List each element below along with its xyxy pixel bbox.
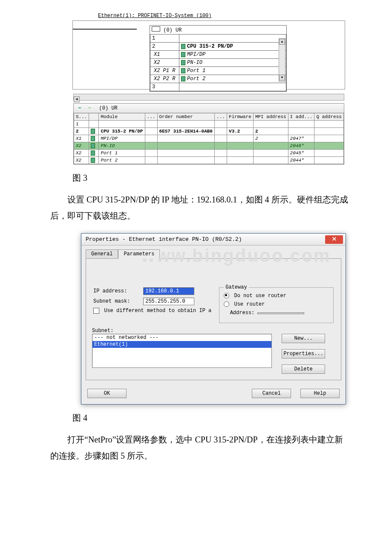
close-icon[interactable]: ✕ [325, 235, 343, 244]
table-row-selected[interactable]: X2PN-IO2046* [74, 142, 344, 150]
mask-input[interactable]: 255.255.255.0 [143, 298, 194, 305]
properties-button[interactable]: Properties... [282, 349, 325, 358]
dialog-title-text: Properties - Ethernet interface PN-IO (R… [86, 236, 242, 243]
table-row[interactable]: X2Port 22044* [74, 157, 344, 164]
gw-addr-input [257, 312, 304, 314]
dialog-titlebar[interactable]: Properties - Ethernet interface PN-IO (R… [81, 234, 346, 246]
use-router-label: Use router [234, 301, 265, 307]
detail-panel: ⬅ ➡ (0) UR S... Module ... Order number … [73, 103, 344, 165]
cancel-button[interactable]: Cancel [252, 389, 291, 398]
scroll-left-icon[interactable]: ◄ [74, 96, 80, 102]
col-order[interactable]: Order number [157, 113, 215, 121]
ip-input[interactable]: 192.168.0.1 [143, 287, 194, 295]
table-row[interactable]: X2Port 12045* [74, 150, 344, 157]
h-scrollbar[interactable]: ◄ [73, 94, 344, 101]
col-dots[interactable]: ... [145, 113, 157, 121]
slot-name[interactable]: PN-IO [179, 59, 286, 67]
slot-cell[interactable]: 1 [150, 35, 179, 43]
module-icon [181, 44, 185, 49]
rack-title: (0) UR [163, 27, 182, 33]
module-icon [91, 129, 95, 134]
slot-name[interactable]: MPI/DP [179, 51, 286, 59]
slot-name[interactable]: Port 2 [179, 75, 286, 83]
radio-use-router[interactable] [224, 301, 229, 307]
figure-caption-3: 图 3 [72, 172, 366, 184]
subnet-label: Subnet: [92, 328, 335, 334]
slot-name[interactable]: Port 1 [179, 67, 286, 75]
rack-scrollbar[interactable]: ▲ ▼ [279, 38, 285, 82]
doc-paragraph: 设置 CPU 315-2PN/DP 的 IP 地址：192.168.0.1，如图… [50, 191, 349, 224]
module-icon [91, 158, 95, 163]
col-mpi[interactable]: MPI address [253, 113, 288, 121]
profinet-rail [73, 29, 137, 30]
col-module[interactable]: Module [99, 113, 145, 121]
col-iaddr[interactable]: I add... [288, 113, 314, 121]
slot-cell[interactable]: X2 [150, 59, 179, 67]
slot-name[interactable] [179, 35, 286, 43]
subnet-listbox[interactable]: --- not networked --- Ethernet(1) [92, 334, 272, 368]
diff-method-checkbox[interactable] [93, 308, 99, 314]
nav-back-icon[interactable]: ⬅ [76, 105, 83, 111]
ok-button[interactable]: OK [87, 389, 127, 398]
tab-strip: GeneralParameters [81, 246, 346, 258]
table-row[interactable]: 2CPU 315-2 PN/DP6ES7 315-2EH14-0AB0V3.22 [74, 128, 344, 135]
gw-addr-label: Address: [230, 310, 255, 316]
detail-table: S... Module ... Order number ... Firmwar… [74, 113, 344, 164]
topology-area: (0) UR 1 2CPU 315-2 PN/DP X1MPI/DP X2PN-… [72, 20, 345, 90]
list-item[interactable]: --- not networked --- [92, 334, 271, 341]
module-icon [181, 52, 185, 57]
subnet-label: Ethernet(1): PROFINET-IO-System (100) [98, 13, 366, 19]
module-icon [181, 68, 185, 73]
delete-button[interactable]: Delete [282, 364, 325, 374]
scroll-down-icon[interactable]: ▼ [279, 75, 285, 81]
tab-general[interactable]: General [86, 249, 118, 259]
col-dots2[interactable]: ... [215, 113, 227, 121]
module-icon [181, 60, 185, 65]
table-row[interactable]: 1 [74, 121, 344, 128]
module-icon [181, 76, 185, 81]
radio-no-router[interactable] [224, 293, 229, 298]
col-icon [89, 113, 99, 121]
new-button[interactable]: New... [282, 334, 325, 343]
scroll-up-icon[interactable]: ▲ [279, 39, 285, 45]
dialog-footer: OK Cancel Help [81, 384, 346, 404]
tab-parameters[interactable]: Parameters [118, 249, 160, 259]
properties-dialog: Properties - Ethernet interface PN-IO (R… [81, 233, 346, 405]
gateway-group: Gateway Do not use router Use router Add… [219, 287, 334, 323]
rack-table: 1 2CPU 315-2 PN/DP X1MPI/DP X2PN-IO X2 P… [150, 34, 286, 91]
col-slot[interactable]: S... [74, 113, 89, 121]
slot-cell[interactable]: X2 P2 R [150, 75, 179, 83]
table-row[interactable]: X1MPI/DP22047* [74, 135, 344, 142]
mask-label: Subnet mask: [93, 298, 140, 304]
rack-box[interactable]: (0) UR 1 2CPU 315-2 PN/DP X1MPI/DP X2PN-… [150, 25, 287, 92]
figure-caption-4: 图 4 [72, 412, 366, 424]
tab-content: IP address: 192.168.0.1 Subnet mask: 255… [86, 258, 341, 380]
ip-label: IP address: [93, 288, 140, 294]
slot-name[interactable] [179, 83, 286, 91]
module-icon [91, 136, 95, 141]
module-icon [91, 143, 95, 148]
list-item-selected[interactable]: Ethernet(1) [92, 341, 271, 348]
doc-paragraph: 打开“NetPro”设置网络参数，选中 CPU 315-2PN/DP，在连接列表… [50, 431, 349, 464]
slot-cell[interactable]: 2 [150, 43, 179, 51]
col-qaddr[interactable]: Q address [314, 113, 344, 121]
detail-title: (0) UR [99, 105, 118, 111]
rack-header: (0) UR [150, 26, 286, 34]
slot-cell[interactable]: X2 P1 R [150, 67, 179, 75]
help-button[interactable]: Help [300, 389, 340, 398]
slot-name[interactable]: CPU 315-2 PN/DP [179, 43, 286, 51]
slot-cell[interactable]: 3 [150, 83, 179, 91]
diff-method-label: Use different method to obtain IP a [104, 308, 211, 314]
nav-forward-icon[interactable]: ➡ [86, 105, 93, 111]
gateway-legend: Gateway [224, 284, 248, 290]
module-icon [91, 150, 95, 156]
detail-header: ⬅ ➡ (0) UR [74, 104, 344, 113]
rack-icon [152, 26, 160, 32]
col-firmware[interactable]: Firmware [227, 113, 254, 121]
no-router-label: Do not use router [234, 293, 286, 299]
slot-cell[interactable]: X1 [150, 51, 179, 59]
